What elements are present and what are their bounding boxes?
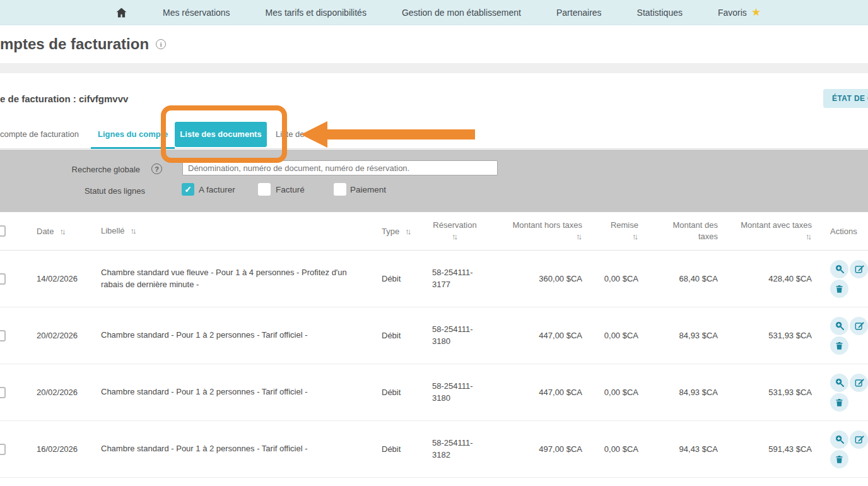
view-details-icon[interactable] <box>830 260 848 278</box>
column-header-reservation[interactable]: Réservation <box>419 220 489 242</box>
column-header-actions: Actions <box>813 227 868 236</box>
cell-montant-ht: 447,00 $CA <box>489 388 584 397</box>
column-label: Date <box>37 227 54 236</box>
table-row <box>0 478 868 486</box>
cell-type: Débit <box>369 274 419 283</box>
cell-montant-taxes: 94,43 $CA <box>640 444 719 454</box>
cell-montant-ht: 360,00 $CA <box>489 274 584 283</box>
view-details-icon[interactable] <box>830 374 848 392</box>
nav-item-gestion-etablissement[interactable]: Gestion de mon établissement <box>402 8 521 18</box>
info-icon[interactable] <box>156 39 166 49</box>
column-label: Actions <box>830 227 857 236</box>
nav-item-favoris[interactable]: Favoris ★ <box>718 7 761 18</box>
cell-type: Débit <box>369 331 419 340</box>
delete-icon[interactable] <box>830 450 848 468</box>
billing-account-page: Mes réservations Mes tarifs et disponibi… <box>0 0 868 486</box>
account-subtitle: e de facturation : cifvfgmvvv <box>0 93 128 104</box>
column-header-montant-des-taxes: Montant des taxes <box>640 220 719 242</box>
edit-icon[interactable] <box>850 374 868 392</box>
column-header-remise[interactable]: Remise <box>584 220 640 242</box>
tab-liste-de[interactable]: Liste de <box>276 120 305 149</box>
checkbox-paiement[interactable] <box>334 183 346 196</box>
section-divider <box>0 63 868 73</box>
nav-item-mes-reservations[interactable]: Mes réservations <box>163 8 230 18</box>
global-search-input[interactable] <box>182 160 498 175</box>
home-icon[interactable] <box>115 6 127 19</box>
line-status-label: Statut des lignes <box>0 186 145 196</box>
top-navigation: Mes réservations Mes tarifs et disponibi… <box>0 0 868 25</box>
row-checkbox[interactable] <box>0 273 6 285</box>
view-details-icon[interactable] <box>830 317 848 335</box>
cell-remise: 0,00 $CA <box>584 331 640 340</box>
nav-item-mes-tarifs[interactable]: Mes tarifs et disponibilités <box>266 8 367 18</box>
cell-montant-taxes: 84,93 $CA <box>640 388 719 397</box>
checkbox-label-a-facturer: A facturer <box>199 185 235 194</box>
row-checkbox[interactable] <box>0 444 6 455</box>
column-header-montant-hors-taxes[interactable]: Montant hors taxes <box>489 220 584 242</box>
cell-montant-taxes: 84,93 $CA <box>640 331 719 340</box>
cell-reservation: 58-254111-3180 <box>419 381 489 405</box>
delete-icon[interactable] <box>830 336 848 355</box>
cell-remise: 0,00 $CA <box>584 388 640 397</box>
select-all-checkbox[interactable] <box>0 225 6 237</box>
row-checkbox[interactable] <box>0 387 6 398</box>
account-statement-button[interactable]: ÉTAT DE CO <box>823 89 868 108</box>
tab-bar: compte de facturation Lignes du compte L… <box>0 120 868 149</box>
delete-icon[interactable] <box>830 393 848 412</box>
column-header-type[interactable]: Type <box>369 227 419 236</box>
page-title-text: mptes de facturation <box>0 35 149 53</box>
checkbox-facture[interactable] <box>258 183 271 196</box>
edit-icon[interactable] <box>850 260 868 278</box>
cell-montant-ttc: 531,93 $CA <box>719 388 813 397</box>
page-title: mptes de facturation <box>0 35 166 53</box>
cell-montant-ttc: 428,40 $CA <box>719 274 813 283</box>
column-label: Montant avec taxes <box>741 220 812 231</box>
cell-libelle: Chambre standard - Pour 1 à 2 personnes … <box>95 386 369 398</box>
sort-icon[interactable] <box>131 225 137 237</box>
tab-lignes-du-compte[interactable]: Lignes du compte <box>91 120 175 149</box>
favoris-label: Favoris <box>718 8 747 18</box>
tab-liste-des-clients[interactable]: Liste des clients <box>363 120 421 149</box>
cell-montant-ht: 497,00 $CA <box>489 444 584 454</box>
row-checkbox[interactable] <box>0 330 6 341</box>
checkbox-label-paiement: Paiement <box>350 185 386 194</box>
column-label: Libellé <box>101 225 125 237</box>
document-lines-table: Date Libellé Type Réservation Montant ho… <box>0 212 868 486</box>
sort-icon[interactable] <box>632 231 638 242</box>
sort-icon[interactable] <box>452 231 458 242</box>
sort-icon[interactable] <box>405 227 411 236</box>
cell-montant-ttc: 591,43 $CA <box>719 444 813 454</box>
column-label: Type <box>382 227 399 236</box>
edit-icon[interactable] <box>850 430 868 449</box>
edit-icon[interactable] <box>850 317 868 335</box>
checkbox-label-facture: Facturé <box>276 185 305 194</box>
column-header-date[interactable]: Date <box>25 227 95 236</box>
cell-reservation: 58-254111-3177 <box>419 267 489 291</box>
cell-montant-taxes: 68,40 $CA <box>640 274 719 283</box>
help-icon[interactable] <box>151 163 162 174</box>
nav-item-partenaires[interactable]: Partenaires <box>556 8 602 18</box>
global-search-label: Recherche globale <box>0 165 140 174</box>
cell-date: 20/02/2026 <box>25 388 95 397</box>
table-header-row: Date Libellé Type Réservation Montant ho… <box>0 212 868 251</box>
cell-date: 16/02/2026 <box>25 444 95 454</box>
column-header-libelle[interactable]: Libellé <box>95 225 369 237</box>
sort-icon[interactable] <box>576 231 582 242</box>
cell-montant-ht: 447,00 $CA <box>489 331 584 340</box>
cell-type: Débit <box>369 444 419 454</box>
cell-type: Débit <box>369 388 419 397</box>
sort-icon[interactable] <box>806 231 812 242</box>
nav-item-statistiques[interactable]: Statistiques <box>637 8 683 18</box>
checkbox-a-facturer[interactable] <box>182 183 194 196</box>
tab-compte-de-facturation[interactable]: compte de facturation <box>0 120 79 149</box>
cell-reservation: 58-254111-3180 <box>419 324 489 348</box>
table-row: 16/02/2026 Chambre standard - Pour 1 à 2… <box>0 421 868 478</box>
column-header-montant-avec-taxes[interactable]: Montant avec taxes <box>719 220 813 242</box>
cell-reservation: 58-254111-3182 <box>419 437 489 461</box>
cell-date: 20/02/2026 <box>25 331 95 340</box>
delete-icon[interactable] <box>830 280 848 298</box>
sort-icon[interactable] <box>59 227 66 236</box>
view-details-icon[interactable] <box>830 430 848 449</box>
tab-liste-des-documents[interactable]: Liste des documents <box>175 122 267 147</box>
column-label: Réservation <box>433 220 476 231</box>
